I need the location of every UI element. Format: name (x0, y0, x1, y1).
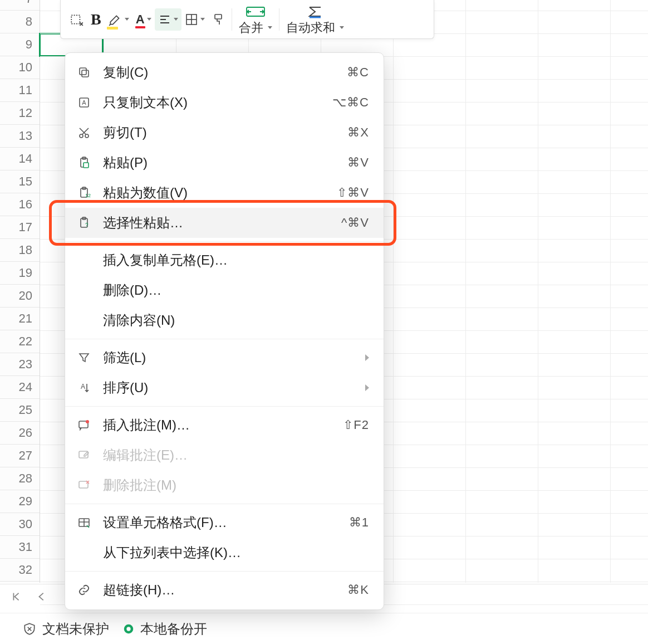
paste-icon (75, 154, 93, 172)
paste-values-icon: 12 (75, 184, 93, 202)
row-header[interactable]: 18 (0, 239, 40, 262)
menu-item-label: 设置单元格格式(F)… (103, 514, 349, 531)
menu-item-label: 只复制文本(X) (103, 94, 332, 111)
format-painter-button[interactable] (208, 8, 228, 31)
sheet-nav-prev-button[interactable] (36, 591, 48, 603)
menu-item[interactable]: 设置单元格格式(F)…⌘1 (65, 508, 384, 538)
svg-rect-18 (84, 163, 89, 168)
menu-item-label: 粘贴为数值(V) (103, 184, 337, 202)
menu-item-label: 删除批注(M) (103, 476, 369, 494)
menu-item[interactable]: 粘贴(P)⌘V (65, 148, 384, 178)
borders-button[interactable] (181, 8, 208, 31)
svg-point-27 (86, 420, 89, 423)
menu-item-shortcut: ⇧⌘V (337, 186, 369, 200)
menu-item[interactable]: 复制(C)⌘C (65, 57, 384, 87)
row-header[interactable]: 8 (0, 11, 40, 33)
svg-point-14 (80, 134, 83, 138)
menu-item-label: 插入复制单元格(E)… (103, 251, 369, 269)
menu-separator (65, 339, 384, 339)
row-header[interactable]: 32 (0, 559, 40, 582)
menu-item[interactable]: A只复制文本(X)⌥⌘C (65, 87, 384, 118)
status-bar: 文档未保护 本地备份开 (0, 613, 648, 644)
menu-item[interactable]: 12粘贴为数值(V)⇧⌘V (65, 178, 384, 208)
copy-icon (75, 64, 93, 81)
blank-icon (75, 544, 93, 562)
sort-icon: A (75, 379, 93, 397)
svg-rect-0 (71, 15, 80, 23)
menu-item-shortcut: ⌘C (347, 65, 369, 80)
menu-item[interactable]: 从下拉列表中选择(K)… (65, 538, 384, 568)
row-header[interactable]: 14 (0, 148, 40, 170)
row-header[interactable]: 28 (0, 467, 40, 490)
svg-rect-11 (80, 68, 86, 75)
row-header[interactable]: 7 (0, 0, 40, 11)
protect-status-label: 文档未保护 (42, 620, 109, 638)
comment-edit-icon (75, 446, 93, 464)
svg-rect-7 (215, 14, 222, 19)
row-header[interactable]: 16 (0, 193, 40, 216)
menu-item[interactable]: 插入批注(M)…⇧F2 (65, 410, 384, 440)
row-header[interactable]: 9 (0, 33, 40, 56)
font-color-button[interactable]: A (132, 8, 155, 31)
svg-text:A: A (81, 383, 85, 391)
menu-item: 删除批注(M) (65, 470, 384, 500)
row-header[interactable]: 27 (0, 445, 40, 467)
row-header[interactable]: 22 (0, 330, 40, 353)
blank-icon (75, 281, 93, 299)
row-header[interactable]: 29 (0, 490, 40, 513)
row-header[interactable]: 20 (0, 285, 40, 308)
row-header[interactable]: 21 (0, 308, 40, 330)
menu-item[interactable]: 删除(D)… (65, 275, 384, 305)
svg-text:A: A (82, 99, 86, 106)
menu-item-label: 超链接(H)… (103, 581, 347, 599)
menu-item[interactable]: 超链接(H)…⌘K (65, 575, 384, 605)
protect-status[interactable]: 文档未保护 (22, 620, 109, 638)
comment-add-icon (75, 416, 93, 434)
link-icon (75, 581, 93, 599)
row-header[interactable]: 24 (0, 376, 40, 399)
menu-item[interactable]: 清除内容(N) (65, 305, 384, 335)
row-header[interactable]: 23 (0, 353, 40, 376)
menu-item-shortcut: ⌘K (347, 583, 369, 597)
menu-item[interactable]: ?选择性粘贴…^⌘V (65, 208, 384, 238)
row-header[interactable]: 26 (0, 422, 40, 445)
merge-label: 合并 (239, 19, 263, 36)
merge-cells-button[interactable]: 合并 (239, 3, 272, 36)
menu-item: 编辑批注(E)… (65, 440, 384, 470)
row-header[interactable]: 15 (0, 170, 40, 193)
sheet-nav-first-button[interactable] (10, 591, 22, 603)
menu-item-label: 剪切(T) (103, 124, 347, 142)
autosum-button[interactable]: 自动求和 (286, 3, 344, 36)
copy-text-icon: A (75, 94, 93, 111)
cut-icon (75, 124, 93, 142)
highlight-color-button[interactable] (105, 8, 132, 31)
blank-icon (75, 311, 93, 329)
menu-item-label: 从下拉列表中选择(K)… (103, 544, 369, 562)
menu-item[interactable]: 插入复制单元格(E)… (65, 245, 384, 275)
select-object-icon[interactable] (66, 8, 87, 31)
menu-separator (65, 504, 384, 504)
align-button[interactable] (155, 8, 181, 31)
submenu-arrow-icon (365, 384, 369, 391)
row-header[interactable]: 30 (0, 513, 40, 536)
backup-status[interactable]: 本地备份开 (122, 620, 207, 638)
row-header[interactable]: 25 (0, 399, 40, 422)
row-header[interactable]: 17 (0, 216, 40, 239)
menu-item-label: 选择性粘贴… (103, 214, 341, 232)
row-header[interactable]: 13 (0, 125, 40, 148)
row-header[interactable]: 19 (0, 262, 40, 285)
menu-item-shortcut: ⇧F2 (343, 418, 369, 432)
menu-item-label: 编辑批注(E)… (103, 446, 369, 464)
row-header[interactable]: 11 (0, 79, 40, 102)
row-header[interactable]: 31 (0, 536, 40, 559)
submenu-arrow-icon (365, 354, 369, 361)
row-header[interactable]: 12 (0, 102, 40, 125)
svg-point-15 (85, 134, 89, 138)
row-header[interactable]: 10 (0, 56, 40, 79)
menu-item[interactable]: 剪切(T)⌘X (65, 118, 384, 148)
menu-item[interactable]: 筛选(L) (65, 343, 384, 373)
svg-point-32 (126, 627, 130, 631)
bold-button[interactable]: B (87, 8, 105, 31)
menu-item[interactable]: A排序(U) (65, 373, 384, 403)
toolbar-separator (279, 8, 279, 31)
